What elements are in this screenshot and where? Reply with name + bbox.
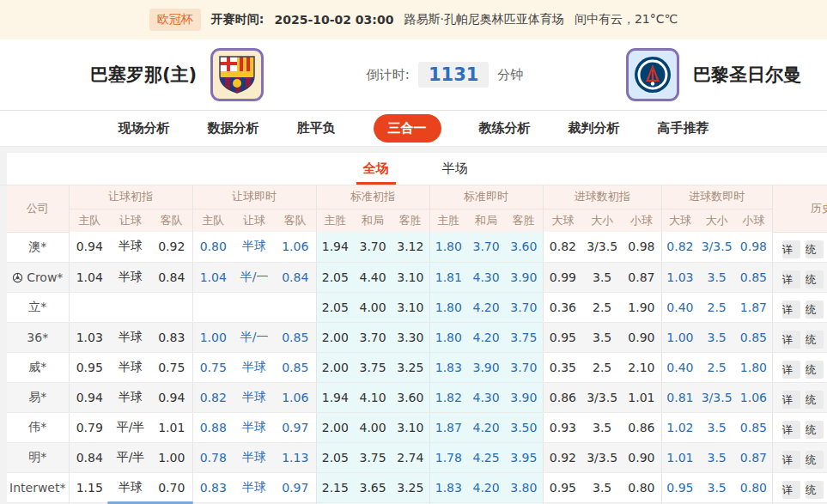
- odds-cell-handicap_init-1: 平/半: [110, 442, 151, 472]
- odds-cell-std_init-1: 4.40: [354, 262, 392, 292]
- sub-header-2-0: 主胜: [316, 209, 354, 232]
- match-header: 巴塞罗那(主): [0, 39, 827, 111]
- odds-cell-goals_live-0: 0.40: [661, 352, 698, 382]
- away-team-name: 巴黎圣日尔曼: [693, 63, 801, 87]
- odds-cell-handicap_live-1: 半球: [234, 232, 275, 262]
- odds-cell-std_init-0: 2.00: [316, 352, 354, 382]
- detail-button[interactable]: 详: [782, 240, 800, 258]
- odds-cell-handicap_init-0: 0.84: [69, 442, 110, 472]
- odds-cell-std_live-2: 3.80: [505, 472, 543, 502]
- stats-button[interactable]: 统: [806, 331, 824, 349]
- odds-cell-std_live-2: 3.70: [505, 292, 543, 322]
- stats-button[interactable]: 统: [806, 481, 824, 499]
- history-cell: 详统: [772, 412, 827, 442]
- stats-button[interactable]: 统: [806, 451, 824, 469]
- company-cell[interactable]: Interwet*: [7, 472, 69, 502]
- odds-cell-std_init-0: 2.00: [316, 412, 354, 442]
- odds-cell-goals_init-0: 0.95: [543, 322, 582, 352]
- stats-button[interactable]: 统: [806, 240, 824, 258]
- nav-item-4[interactable]: 教练分析: [479, 120, 531, 137]
- tab-full-match[interactable]: 全场: [363, 153, 389, 185]
- odds-cell-std_live-1: 4.20: [467, 412, 505, 442]
- nav-item-1[interactable]: 数据分析: [208, 120, 259, 137]
- company-cell[interactable]: Crow*: [7, 262, 69, 292]
- table-row: 立*2.054.003.101.804.203.700.362.51.900.4…: [7, 292, 827, 322]
- odds-cell-goals_live-2: 0.85: [735, 262, 772, 292]
- table-row: Crow*1.04半球0.841.04半/一0.842.054.403.101.…: [7, 262, 827, 292]
- detail-button[interactable]: 详: [782, 270, 800, 288]
- stats-button[interactable]: 统: [806, 361, 824, 379]
- odds-cell-std_init-2: 3.60: [392, 382, 429, 412]
- odds-cell-handicap_init-0: 0.79: [69, 412, 110, 442]
- company-cell[interactable]: 伟*: [7, 412, 69, 442]
- odds-cell-handicap_init-1: 半球: [110, 352, 151, 382]
- odds-cell-handicap_live-1: 半/一: [234, 262, 275, 292]
- odds-cell-handicap_init-1: 半球: [110, 472, 151, 502]
- company-cell[interactable]: 立*: [7, 292, 69, 322]
- company-cell[interactable]: 36*: [7, 322, 69, 352]
- sub-header-3-2: 客胜: [505, 209, 543, 232]
- odds-cell-std_live-1: 4.20: [467, 472, 505, 502]
- odds-cell-goals_init-2: 0.80: [622, 472, 661, 502]
- odds-cell-goals_live-2: 0.85: [735, 412, 772, 442]
- analysis-nav: 现场分析数据分析胜平负三合一教练分析裁判分析高手推荐: [0, 111, 827, 147]
- sub-header-3-0: 主胜: [429, 209, 467, 232]
- sub-header-0-2: 客队: [151, 209, 192, 232]
- odds-cell-goals_init-0: 0.82: [543, 232, 582, 262]
- odds-cell-handicap_live-0: [192, 292, 234, 322]
- nav-item-6[interactable]: 高手推荐: [658, 120, 709, 137]
- history-cell: 详统: [772, 472, 827, 502]
- detail-button[interactable]: 详: [782, 301, 800, 319]
- company-cell[interactable]: 澳*: [7, 232, 69, 262]
- odds-cell-handicap_init-2: 0.84: [151, 262, 192, 292]
- odds-cell-std_live-0: 1.83: [429, 352, 467, 382]
- company-cell[interactable]: 易*: [7, 382, 69, 412]
- nav-item-0[interactable]: 现场分析: [119, 120, 170, 137]
- detail-button[interactable]: 详: [782, 481, 800, 499]
- detail-button[interactable]: 详: [782, 361, 800, 379]
- detail-button[interactable]: 详: [782, 421, 800, 439]
- odds-cell-goals_live-0: 0.40: [661, 292, 698, 322]
- odds-cell-handicap_live-2: 0.85: [275, 352, 316, 382]
- sub-header-4-2: 小球: [622, 209, 661, 232]
- nav-item-5[interactable]: 裁判分析: [569, 120, 620, 137]
- table-row: 易*0.94半球0.940.82半球1.061.944.103.601.824.…: [7, 382, 827, 412]
- odds-cell-std_init-0: 2.05: [316, 442, 354, 472]
- sub-header-4-0: 大球: [543, 209, 582, 232]
- history-column-header: 历史: [772, 185, 827, 232]
- detail-button[interactable]: 详: [782, 451, 800, 469]
- sub-header-3-1: 和局: [467, 209, 505, 232]
- odds-cell-goals_init-1: 3.5: [582, 262, 622, 292]
- odds-cell-handicap_init-2: 0.94: [151, 382, 192, 412]
- odds-cell-goals_init-1: 3.5: [582, 322, 622, 352]
- odds-cell-goals_init-0: 0.35: [543, 352, 582, 382]
- countdown-value: 1131: [418, 62, 489, 88]
- psg-crest-icon: [633, 55, 672, 94]
- tab-half-match[interactable]: 半场: [442, 153, 468, 185]
- odds-cell-std_init-2: 3.30: [392, 322, 429, 352]
- nav-item-2[interactable]: 胜平负: [297, 120, 336, 137]
- stats-button[interactable]: 统: [806, 391, 824, 409]
- sub-header-5-0: 大球: [661, 209, 698, 232]
- odds-cell-std_live-0: 1.80: [429, 292, 467, 322]
- odds-cell-std_init-1: 3.75: [354, 442, 392, 472]
- detail-button[interactable]: 详: [782, 391, 800, 409]
- odds-cell-goals_live-1: 2.5: [698, 352, 735, 382]
- company-cell[interactable]: 明*: [7, 442, 69, 472]
- odds-cell-std_live-1: 3.70: [467, 232, 505, 262]
- company-cell[interactable]: 威*: [7, 352, 69, 382]
- stats-button[interactable]: 统: [806, 301, 824, 319]
- nav-item-3[interactable]: 三合一: [374, 114, 441, 143]
- history-cell: 详统: [772, 352, 827, 382]
- odds-cell-goals_live-1: 3.5: [698, 322, 735, 352]
- detail-button[interactable]: 详: [782, 331, 800, 349]
- odds-cell-handicap_live-1: 半球: [234, 412, 275, 442]
- odds-cell-handicap_live-2: 0.84: [275, 262, 316, 292]
- odds-cell-goals_init-2: 2.10: [622, 352, 661, 382]
- odds-cell-std_live-1: 3.90: [467, 352, 505, 382]
- odds-cell-std_init-1: 4.10: [354, 382, 392, 412]
- stats-button[interactable]: 统: [806, 270, 824, 288]
- odds-cell-std_live-0: 1.83: [429, 472, 467, 502]
- company-column-header: 公司: [7, 185, 69, 232]
- stats-button[interactable]: 统: [806, 421, 824, 439]
